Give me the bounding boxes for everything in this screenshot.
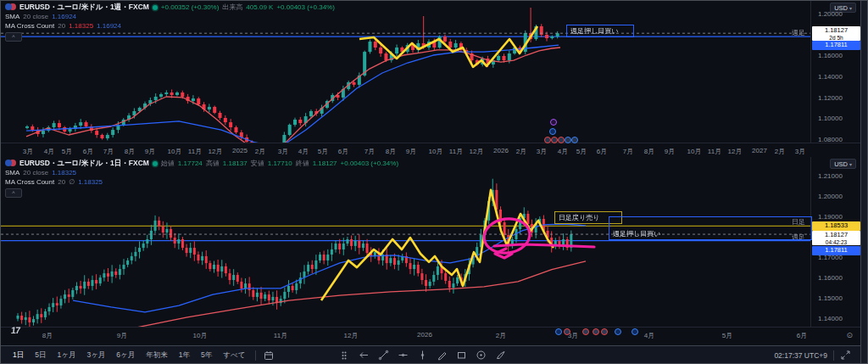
weekly-time-axis[interactable]: 3月4月5月6月7月8月9月10月11月12月20252月3月4月5月6月7月8…: [1, 143, 861, 157]
quick-drawing-tools: [337, 349, 508, 362]
range-button-7[interactable]: 1年: [174, 349, 195, 362]
open-label: 始値: [161, 159, 175, 168]
time-axis-label: 4月: [644, 331, 654, 340]
trading-chart-window: EURUSD・ユーロ/米ドル・1週・FXCM +0.00352 (+0.30%)…: [0, 0, 868, 364]
range-button-4[interactable]: 3ヶ月: [81, 349, 110, 362]
currency-label: USD: [834, 160, 848, 168]
time-axis-label: 8月: [42, 331, 53, 340]
price-scale-label: 1.16000: [818, 274, 843, 282]
price-label-box: 1.1812704:42:23: [812, 231, 860, 245]
rectangle-tool-icon[interactable]: [453, 349, 469, 362]
currency-selector[interactable]: USD ▾: [830, 159, 856, 169]
economic-event-icon[interactable]: [632, 328, 638, 335]
time-axis-label: 2026: [493, 147, 509, 154]
bottom-toolbar: 1日5日1ヶ月3ヶ月6ヶ月年初来1年5年すべて: [1, 345, 861, 364]
sma-indicator-label[interactable]: SMA: [5, 168, 19, 177]
symbol-title[interactable]: EURUSD・ユーロ/米ドル・1日・FXCM: [19, 159, 149, 168]
time-axis-label: 10月: [429, 147, 443, 156]
macc-value-blue: 1.18325: [78, 177, 103, 187]
close-value: 1.18127: [313, 159, 337, 168]
time-axis-label: 9月: [117, 331, 127, 340]
horizontal-line-tool-icon[interactable]: [395, 349, 410, 362]
change2-value: +0.00403 (+0.34%): [276, 3, 335, 12]
economic-event-icon[interactable]: [549, 128, 556, 135]
arrow-tool-icon[interactable]: [356, 349, 371, 362]
time-axis-label: 5月: [576, 147, 587, 156]
range-button-5[interactable]: 6ヶ月: [111, 349, 140, 362]
range-button-6[interactable]: 年初来: [141, 349, 173, 362]
sma-params: 20 close: [23, 168, 48, 177]
price-scale-label: 1.14000: [818, 73, 843, 81]
ellipse-tool-icon[interactable]: [473, 349, 488, 362]
price-label-box: 1.18533: [812, 221, 860, 231]
sma-value: 1.16924: [52, 12, 76, 21]
macc-value-blue: 1.16924: [97, 21, 121, 31]
economic-event-icon[interactable]: [551, 137, 558, 143]
time-axis-label: 4月: [558, 147, 568, 156]
drag-handle-icon[interactable]: [337, 349, 352, 362]
collapse-pane-button[interactable]: ^: [5, 188, 22, 198]
time-axis-label: 8月: [125, 147, 135, 156]
macc-indicator-label[interactable]: MA Cross Count: [5, 21, 54, 31]
economic-event-icon[interactable]: [550, 119, 557, 126]
drawing-label-box[interactable]: 週足押し目買い: [566, 25, 634, 37]
time-axis-label: 7月: [103, 147, 114, 156]
drawing-label-box[interactable]: 週足押し目買い: [609, 216, 812, 240]
weekly-legend: EURUSD・ユーロ/米ドル・1週・FXCM +0.00352 (+0.30%)…: [5, 3, 335, 42]
axis-settings-gear-icon[interactable]: ⊙: [846, 332, 853, 339]
weekly-price-scale[interactable]: USD ▾ 1.200001.160001.140001.120001.1000…: [810, 1, 861, 143]
symbol-title[interactable]: EURUSD・ユーロ/米ドル・1週・FXCM: [19, 3, 149, 12]
fullscreen-expand-icon[interactable]: [837, 349, 853, 362]
symbol-pair-icon: [5, 160, 16, 167]
economic-event-icon[interactable]: [564, 328, 570, 335]
economic-event-icon[interactable]: [582, 328, 589, 335]
economic-event-icon[interactable]: [565, 137, 571, 143]
time-axis-label: 9月: [145, 147, 155, 156]
high-label: 高値: [206, 159, 220, 168]
price-scale-label: 1.21000: [818, 172, 843, 180]
range-button-1[interactable]: 1日: [8, 349, 29, 362]
empty-set-icon: ∅: [69, 177, 75, 187]
time-axis-label: 11月: [449, 147, 463, 156]
market-open-icon: [153, 5, 158, 10]
daily-time-axis[interactable]: ⊙ 8月9月10月11月12月20262月3月4月5月6月: [1, 327, 861, 344]
economic-event-icon[interactable]: [593, 328, 599, 335]
economic-event-icon[interactable]: [544, 137, 551, 143]
session-clock[interactable]: 02:17:37 UTC+9: [774, 351, 827, 360]
range-button-8[interactable]: 5年: [196, 349, 217, 362]
time-axis-label: 5月: [62, 147, 72, 156]
right-edge-panel: [860, 1, 867, 363]
time-axis-label: 3月: [23, 147, 33, 156]
vertical-line-tool-icon[interactable]: [415, 349, 430, 362]
weekly-pane: EURUSD・ユーロ/米ドル・1週・FXCM +0.00352 (+0.30%)…: [1, 1, 861, 157]
range-button-9[interactable]: すべて: [218, 349, 250, 362]
trend-line-tool-icon[interactable]: [376, 349, 391, 362]
time-axis-label: 11月: [274, 331, 287, 340]
collapse-pane-button[interactable]: ^: [5, 32, 22, 42]
change-value: +0.00352 (+0.30%): [161, 3, 220, 12]
economic-event-icon[interactable]: [555, 328, 562, 335]
change-value: +0.00403 (+0.34%): [341, 159, 399, 168]
economic-event-icon[interactable]: [558, 137, 565, 143]
sma-indicator-label[interactable]: SMA: [5, 12, 19, 21]
market-open-icon: [153, 161, 158, 166]
time-axis-label: 8月: [386, 147, 396, 156]
daily-price-scale[interactable]: USD ▾ 1.210001.200001.190001.170001.1600…: [810, 157, 861, 327]
daily-legend: EURUSD・ユーロ/米ドル・1日・FXCM 始値 1.17724 高値 1.1…: [5, 159, 398, 198]
time-axis-label: 5月: [722, 331, 732, 340]
calendar-range-icon[interactable]: [261, 349, 276, 362]
tradingview-logo[interactable]: 17: [10, 325, 20, 335]
time-axis-label: 12月: [470, 147, 484, 156]
economic-event-icon[interactable]: [601, 328, 608, 335]
time-axis-label: 12月: [209, 147, 223, 156]
price-scale-label: 1.20000: [818, 10, 843, 18]
range-selector: 1日5日1ヶ月3ヶ月6ヶ月年初来1年5年すべて: [8, 349, 250, 362]
economic-event-icon[interactable]: [615, 328, 621, 335]
brush-tool-icon[interactable]: [492, 349, 508, 362]
economic-event-icon[interactable]: [571, 137, 578, 143]
range-button-3[interactable]: 1ヶ月: [52, 349, 81, 362]
range-button-2[interactable]: 5日: [30, 349, 51, 362]
pencil-tool-icon[interactable]: [434, 349, 449, 362]
macc-indicator-label[interactable]: MA Cross Count: [5, 177, 54, 187]
time-axis-label: 3月: [278, 147, 288, 156]
